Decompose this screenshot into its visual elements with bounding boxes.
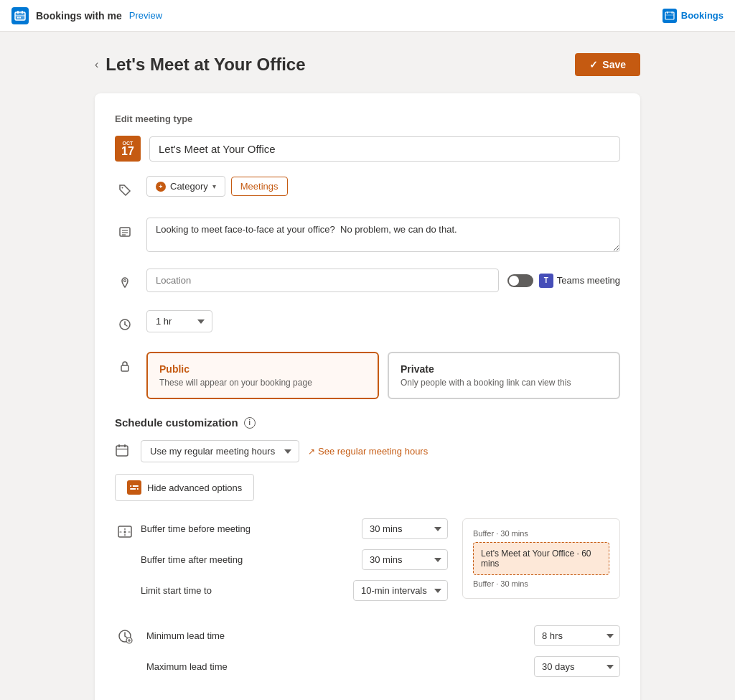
public-card[interactable]: Public These will appear on your booking… [146, 352, 379, 399]
title-row: OCT 17 [115, 136, 620, 162]
teams-meeting-toggle[interactable] [507, 274, 533, 287]
meeting-block: Let's Meet at Your Office · 60 mins [473, 542, 609, 575]
schedule-heading-text: Schedule customization [115, 416, 238, 429]
preview-link[interactable]: Preview [129, 10, 162, 21]
meetings-tag[interactable]: Meetings [231, 177, 288, 196]
advanced-section: Buffer time before meeting 0 mins 5 mins… [115, 518, 620, 611]
visibility-cards: Public These will appear on your booking… [146, 352, 620, 399]
lead-time-section: Minimum lead time 1 hr 2 hrs 4 hrs 8 hrs… [115, 625, 620, 687]
schedule-calendar-icon [115, 443, 129, 459]
max-lead-select[interactable]: 1 day 7 days 14 days 30 days 60 days 90 … [534, 656, 620, 677]
category-chevron-icon: ▾ [212, 182, 216, 190]
teams-text: Teams meeting [557, 275, 620, 286]
lock-icon [115, 353, 135, 379]
max-lead-row: Maximum lead time 1 day 7 days 14 days 3… [146, 656, 620, 677]
hide-advanced-label: Hide advanced options [147, 482, 242, 493]
category-row: + Category ▾ Meetings [115, 176, 620, 203]
top-nav: Bookings with me Preview Bookings [0, 0, 735, 32]
svg-rect-8 [667, 11, 668, 14]
svg-rect-26 [130, 488, 139, 490]
save-check-icon: ✓ [589, 59, 598, 70]
see-hours-link-icon: ↗ [308, 447, 315, 457]
svg-rect-2 [17, 11, 19, 14]
svg-rect-20 [121, 365, 128, 371]
description-textarea[interactable]: Looking to meet face-to-face at your off… [146, 218, 620, 252]
duration-content: 30 mins 1 hr 1.5 hrs 2 hrs [146, 310, 620, 332]
schedule-select[interactable]: Use my regular meeting hours Custom hour… [141, 440, 299, 462]
app-title: Bookings with me [36, 10, 122, 22]
min-lead-select[interactable]: 1 hr 2 hrs 4 hrs 8 hrs 12 hrs 24 hrs [534, 625, 620, 646]
buffer-preview: Buffer · 30 mins Let's Meet at Your Offi… [462, 518, 620, 599]
svg-point-11 [122, 187, 123, 189]
svg-rect-10 [665, 14, 674, 15]
hide-advanced-button[interactable]: Hide advanced options [115, 474, 254, 501]
private-card[interactable]: Private Only people with a booking link … [388, 352, 620, 399]
duration-select[interactable]: 30 mins 1 hr 1.5 hrs 2 hrs [146, 310, 212, 332]
save-button[interactable]: ✓ Save [575, 53, 640, 76]
teams-toggle-area: T Teams meeting [507, 274, 620, 288]
limit-start-select[interactable]: 5-min intervals 10-min intervals 15-min … [353, 580, 448, 601]
calendar-icon: OCT 17 [115, 136, 141, 162]
min-lead-row: Minimum lead time 1 hr 2 hrs 4 hrs 8 hrs… [146, 625, 620, 646]
category-dot: + [156, 182, 166, 192]
section-label: Edit meeting type [115, 113, 620, 124]
svg-rect-7 [665, 12, 674, 19]
duration-row: 30 mins 1 hr 1.5 hrs 2 hrs [115, 310, 620, 337]
private-card-title: Private [401, 363, 607, 375]
svg-rect-5 [17, 17, 19, 18]
svg-rect-4 [15, 15, 25, 17]
buffer-before-row: Buffer time before meeting 0 mins 5 mins… [141, 518, 448, 539]
svg-rect-25 [130, 485, 139, 487]
svg-rect-24 [124, 444, 126, 447]
advanced-fields-icon [115, 518, 135, 544]
buffer-fields: Buffer time before meeting 0 mins 5 mins… [141, 518, 448, 611]
app-icon [11, 7, 29, 24]
advanced-fields-with-icon: Buffer time before meeting 0 mins 5 mins… [115, 518, 448, 611]
location-icon [115, 270, 135, 296]
public-card-desc: These will appear on your booking page [159, 378, 366, 388]
location-input[interactable] [146, 269, 499, 292]
private-card-desc: Only people with a booking link can view… [401, 378, 607, 388]
buffer-before-select[interactable]: 0 mins 5 mins 10 mins 15 mins 30 mins 45… [362, 518, 448, 539]
visibility-content: Public These will appear on your booking… [146, 352, 620, 399]
svg-rect-9 [671, 11, 673, 14]
location-input-row: T Teams meeting [146, 269, 620, 292]
cal-day: 17 [121, 146, 134, 157]
public-card-title: Public [159, 363, 366, 375]
schedule-info-icon[interactable]: i [244, 417, 256, 429]
buffer-bottom-label: Buffer · 30 mins [473, 579, 609, 588]
back-button[interactable]: ‹ [95, 58, 98, 71]
category-label: Category [170, 181, 208, 192]
page-header: ‹ Let's Meet at Your Office ✓ Save [95, 53, 640, 76]
buffer-after-select[interactable]: 0 mins 5 mins 10 mins 15 mins 30 mins 45… [362, 549, 448, 570]
buffer-after-row: Buffer time after meeting 0 mins 5 mins … [141, 549, 448, 570]
svg-rect-6 [19, 17, 21, 18]
nav-right[interactable]: Bookings [663, 9, 724, 23]
description-content: Looking to meet face-to-face at your off… [146, 218, 620, 254]
schedule-row: Use my regular meeting hours Custom hour… [115, 440, 620, 462]
page-header-left: ‹ Let's Meet at Your Office [95, 55, 306, 75]
category-button[interactable]: + Category ▾ [146, 176, 225, 197]
description-icon [115, 219, 135, 245]
buffer-top-label: Buffer · 30 mins [473, 529, 609, 538]
form-card: Edit meeting type OCT 17 [95, 93, 640, 700]
tag-icon [115, 177, 135, 203]
svg-point-16 [124, 280, 126, 282]
location-content: T Teams meeting [146, 269, 620, 292]
see-hours-link[interactable]: ↗ See regular meeting hours [308, 446, 428, 457]
main-content: ‹ Let's Meet at Your Office ✓ Save Edit … [80, 32, 655, 700]
schedule-heading: Schedule customization i [115, 416, 620, 429]
limit-start-row: Limit start time to 5-min intervals 10-m… [141, 580, 448, 601]
buffer-after-label: Buffer time after meeting [141, 554, 362, 565]
advanced-btn-icon [127, 480, 141, 495]
save-label: Save [602, 59, 626, 70]
limit-start-label: Limit start time to [141, 585, 353, 596]
bookings-nav-label: Bookings [681, 10, 724, 21]
see-hours-link-text: See regular meeting hours [318, 446, 428, 457]
title-input[interactable] [149, 136, 620, 162]
bookings-nav-icon [663, 9, 677, 23]
svg-rect-21 [116, 446, 128, 456]
svg-rect-28 [136, 488, 137, 490]
lead-time-icon [115, 625, 135, 687]
page-title: Let's Meet at Your Office [106, 55, 305, 75]
